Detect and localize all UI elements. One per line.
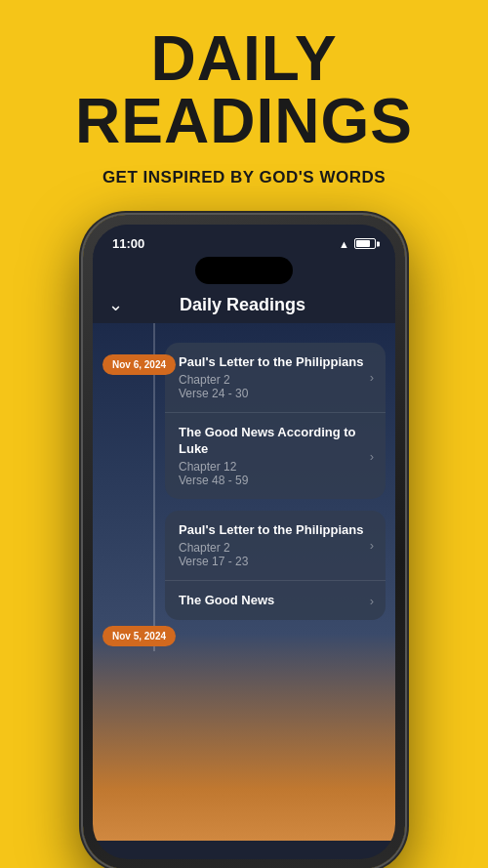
date-badge-nov6: Nov 6, 2024 [102, 354, 176, 375]
battery-icon [354, 238, 376, 249]
book-title-3: Paul's Letter to the Philippians [179, 522, 372, 539]
status-bar: 11:00 ▲ [93, 225, 395, 255]
status-icons: ▲ [339, 238, 376, 250]
cards-group-1: Paul's Letter to the Philippians Chapter… [165, 343, 386, 499]
card-chevron-icon-4: › [370, 594, 374, 608]
card-chevron-icon-3: › [370, 538, 374, 553]
chapter-1: Chapter 2 Verse 24 - 30 [179, 373, 372, 400]
wifi-icon: ▲ [339, 238, 349, 250]
cards-group-2: Paul's Letter to the Philippians Chapter… [165, 511, 386, 621]
book-title-2: The Good News According to Luke [179, 425, 372, 458]
back-button[interactable]: ⌄ [108, 294, 123, 315]
nav-bar: ⌄ Daily Readings [93, 284, 395, 323]
book-title-4: The Good News [179, 593, 372, 609]
phone-shell: 11:00 ▲ ⌄ Daily Readings [83, 215, 405, 868]
main-title: DAILY READINGS [20, 27, 468, 152]
status-time: 11:00 [112, 236, 144, 251]
dynamic-island [195, 257, 293, 284]
card-chevron-icon-1: › [370, 370, 374, 385]
date-badge-nov5: Nov 5, 2024 [102, 626, 176, 646]
reading-card-philippians-1[interactable]: Paul's Letter to the Philippians Chapter… [165, 343, 386, 413]
reading-card-philippians-2[interactable]: Paul's Letter to the Philippians Chapter… [165, 511, 386, 581]
book-title-1: Paul's Letter to the Philippians [179, 354, 372, 371]
chapter-2: Chapter 12 Verse 48 - 59 [179, 460, 372, 487]
chapter-3: Chapter 2 Verse 17 - 23 [179, 541, 372, 568]
card-chevron-icon-2: › [370, 448, 374, 463]
reading-card-luke-1[interactable]: The Good News According to Luke Chapter … [165, 413, 386, 499]
subtitle: GET INSPIRED BY GOD'S WORDS [20, 168, 468, 187]
reading-card-luke-2[interactable]: The Good News › [165, 581, 386, 621]
content-area: Nov 6, 2024 Paul's Letter to the Philipp… [93, 323, 395, 841]
phone-screen: 11:00 ▲ ⌄ Daily Readings [93, 225, 395, 859]
timeline-container: Nov 6, 2024 Paul's Letter to the Philipp… [93, 323, 395, 651]
phone-mockup: 11:00 ▲ ⌄ Daily Readings [83, 215, 405, 868]
top-section: DAILY READINGS GET INSPIRED BY GOD'S WOR… [0, 0, 488, 197]
nav-title: Daily Readings [135, 295, 350, 315]
